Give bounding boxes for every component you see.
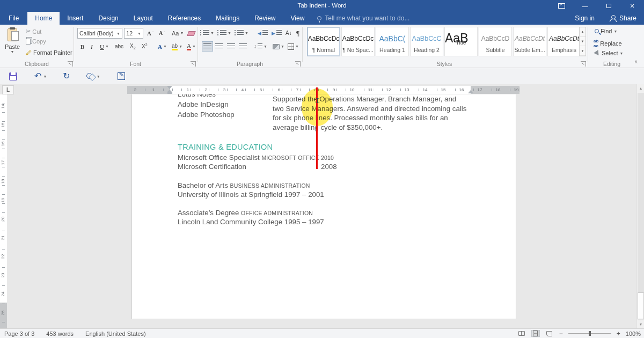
- italic-button[interactable]: I: [90, 41, 94, 52]
- cut-button[interactable]: ✂ Cut: [26, 28, 41, 35]
- web-layout-button[interactable]: [545, 330, 554, 337]
- bullets-button[interactable]: ▼: [202, 28, 215, 38]
- align-left-button[interactable]: [202, 41, 213, 52]
- style-normal[interactable]: AaBbCcDc ¶ Normal: [307, 27, 340, 56]
- new-comment-button[interactable]: [113, 68, 130, 84]
- replace-button[interactable]: abac Replace: [594, 39, 622, 48]
- decrease-indent-button[interactable]: ◀: [257, 28, 269, 38]
- font-name-combobox[interactable]: Calibri (Body)▼: [77, 28, 122, 39]
- read-mode-button[interactable]: [517, 330, 526, 337]
- change-case-button[interactable]: Aa▼: [171, 28, 185, 38]
- tell-me-box[interactable]: Tell me what you want to do...: [312, 12, 415, 25]
- superscript-button[interactable]: X2: [141, 41, 149, 52]
- doc-text-adobe-indesign: Adobe InDesign: [178, 100, 229, 108]
- clipboard-dialog-launcher[interactable]: ↘: [68, 61, 73, 67]
- styles-scroll-down-icon[interactable]: ▼: [580, 37, 586, 47]
- shapes-button[interactable]: ▼: [82, 68, 105, 84]
- page-indicator[interactable]: Page 3 of 3: [4, 330, 34, 337]
- style-subtitle[interactable]: AaBbCcD Subtitle: [479, 27, 512, 56]
- tab-references[interactable]: References: [160, 12, 208, 25]
- highlight-color-button[interactable]: ab▼: [171, 41, 184, 52]
- redo-button[interactable]: ↻: [58, 68, 75, 84]
- word-count[interactable]: 453 words: [46, 330, 74, 337]
- sort-button[interactable]: A↓: [284, 28, 293, 38]
- right-indent-marker[interactable]: [468, 90, 473, 93]
- multilevel-list-button[interactable]: ▼: [236, 28, 250, 38]
- style-heading-2[interactable]: AaBbCcC Heading 2: [410, 27, 443, 56]
- ribbon-display-options-button[interactable]: [550, 0, 573, 12]
- select-button[interactable]: Select▼: [595, 50, 624, 56]
- scrollbar-track[interactable]: [638, 93, 644, 320]
- line-spacing-button[interactable]: ↕▼: [253, 41, 268, 52]
- scroll-down-icon[interactable]: ▼: [637, 320, 644, 328]
- underline-button[interactable]: U▼: [99, 41, 110, 52]
- tab-stop-selector[interactable]: L: [2, 85, 14, 94]
- numbering-button[interactable]: ▼: [219, 28, 232, 38]
- grow-font-button[interactable]: Aˆ: [146, 28, 155, 38]
- vertical-scrollbar[interactable]: ▲ ▼: [636, 84, 644, 328]
- find-button[interactable]: Find▼: [595, 28, 617, 34]
- vertical-ruler[interactable]: 14151617181920212223242526: [0, 94, 7, 328]
- copy-button[interactable]: Copy: [26, 38, 46, 45]
- clear-formatting-button[interactable]: [187, 28, 196, 39]
- format-painter-button[interactable]: 🖉 Format Painter: [26, 49, 72, 56]
- tab-home[interactable]: Home: [27, 12, 60, 25]
- copy-icon: [26, 39, 31, 45]
- font-color-button[interactable]: A▼: [186, 41, 197, 52]
- styles-scroll-up-icon[interactable]: ▲: [580, 27, 586, 37]
- text-effects-button[interactable]: A▼: [157, 41, 168, 52]
- tab-file[interactable]: File: [0, 12, 27, 25]
- align-right-button[interactable]: [226, 41, 236, 52]
- shrink-font-button[interactable]: Aˇ: [158, 28, 166, 38]
- sign-in-link[interactable]: Sign in: [567, 14, 602, 22]
- scroll-up-icon[interactable]: ▲: [637, 84, 644, 92]
- style-no-spacing[interactable]: AaBbCcDc ¶ No Spac...: [341, 27, 375, 56]
- strikethrough-button[interactable]: abc: [114, 41, 125, 52]
- document-page[interactable]: Lotus Notes Adobe InDesign Adobe Photosh…: [131, 94, 516, 319]
- collapse-ribbon-button[interactable]: ˄: [634, 59, 638, 65]
- zoom-level[interactable]: 100%: [626, 330, 641, 337]
- subscript-button[interactable]: X2: [129, 41, 137, 52]
- styles-dialog-launcher[interactable]: ↘: [581, 61, 586, 67]
- increase-indent-button[interactable]: ▶: [270, 28, 283, 38]
- minimize-button[interactable]: —: [573, 0, 597, 12]
- vruler-number: 19: [1, 197, 6, 203]
- font-dialog-launcher[interactable]: ↘: [191, 61, 196, 67]
- style-subtle-emphasis[interactable]: AaBbCcDt Subtle Em...: [513, 27, 546, 56]
- styles-more-icon[interactable]: ▼: [580, 46, 586, 56]
- print-layout-button[interactable]: [531, 330, 540, 337]
- justify-button[interactable]: [238, 41, 248, 52]
- save-button[interactable]: [4, 68, 22, 84]
- scrollbar-thumb[interactable]: [638, 292, 644, 319]
- tab-insert[interactable]: Insert: [60, 12, 91, 25]
- left-indent-marker[interactable]: [167, 92, 172, 94]
- bold-button[interactable]: B: [79, 41, 85, 52]
- style-title[interactable]: AaB Title: [444, 27, 478, 56]
- borders-button[interactable]: ▼: [287, 41, 300, 52]
- paragraph-dialog-launcher[interactable]: ↘: [295, 61, 301, 67]
- first-line-indent-marker[interactable]: [167, 86, 172, 89]
- restore-button[interactable]: [597, 0, 620, 12]
- zoom-slider-thumb[interactable]: [589, 331, 591, 336]
- paste-dropdown-arrow[interactable]: ▼: [11, 50, 14, 54]
- zoom-out-button[interactable]: −: [559, 330, 563, 337]
- tab-layout[interactable]: Layout: [126, 12, 160, 25]
- style-emphasis[interactable]: AaBbCcDt Emphasis: [547, 27, 581, 56]
- font-size-combobox[interactable]: 12▼: [124, 28, 143, 39]
- undo-button[interactable]: ↶▼: [30, 68, 52, 84]
- close-button[interactable]: ✕: [620, 0, 644, 12]
- share-button[interactable]: Share: [602, 12, 644, 25]
- tab-design[interactable]: Design: [91, 12, 126, 25]
- language-indicator[interactable]: English (United States): [85, 330, 146, 337]
- tab-review[interactable]: Review: [247, 12, 283, 25]
- align-center-button[interactable]: [214, 41, 224, 52]
- tab-view[interactable]: View: [283, 12, 312, 25]
- styles-gallery-scroll[interactable]: ▲ ▼ ▼: [579, 27, 586, 56]
- style-heading-1[interactable]: AaBbC( Heading 1: [376, 27, 409, 56]
- zoom-slider[interactable]: [568, 333, 611, 334]
- zoom-in-button[interactable]: +: [617, 330, 620, 337]
- tab-mailings[interactable]: Mailings: [208, 12, 247, 25]
- shading-button[interactable]: ▼: [272, 41, 286, 52]
- show-hide-marks-button[interactable]: ¶: [295, 28, 301, 38]
- paste-button[interactable]: Paste ▼: [3, 28, 21, 60]
